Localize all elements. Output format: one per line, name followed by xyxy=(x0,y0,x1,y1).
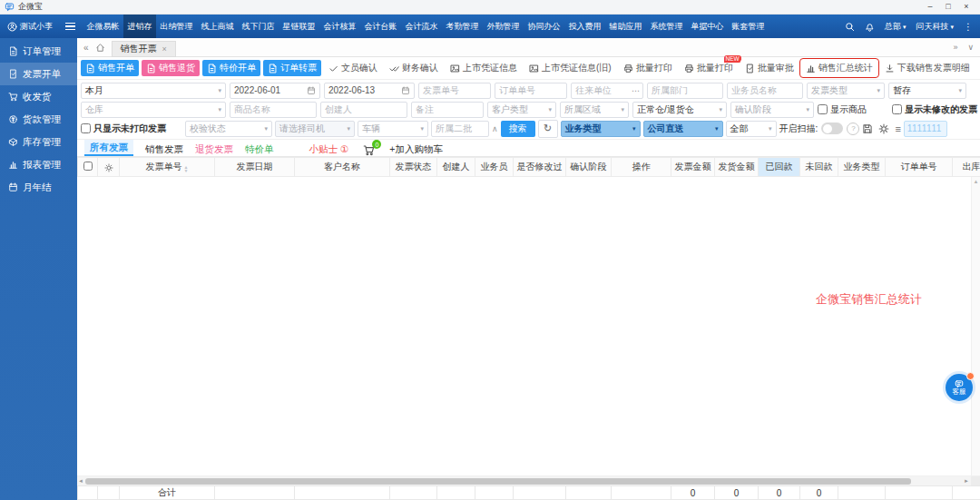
nav-item-inventory[interactable]: 进销存 xyxy=(123,15,156,38)
show-unmodified-checkbox[interactable]: 显示未修改的发票 xyxy=(892,103,977,116)
collapse-filters-icon[interactable]: ∧ xyxy=(492,124,498,133)
col-shipped-amount[interactable]: 发货金额 xyxy=(715,158,759,177)
driver-select[interactable]: 请选择司机 ▾ xyxy=(275,121,355,137)
scan-toggle[interactable] xyxy=(821,123,843,134)
ellipsis-icon[interactable]: ⋯ xyxy=(632,86,640,95)
order-to-invoice-button[interactable]: 订单转票 xyxy=(263,60,321,76)
nav-item-collaboration[interactable]: 协同办公 xyxy=(524,15,564,38)
col-confirm-stage[interactable]: 确认阶段 xyxy=(566,158,612,177)
save-icon[interactable] xyxy=(862,123,873,134)
vehicle-select[interactable]: 车辆 ▾ xyxy=(358,121,428,137)
col-unpaid[interactable]: 未回款 xyxy=(800,158,838,177)
cart-icon[interactable]: 0 xyxy=(363,143,375,156)
menu-icon[interactable]: ≡ xyxy=(895,123,900,134)
batch-print-button[interactable]: 批量打印 xyxy=(619,60,677,76)
date-from-field[interactable] xyxy=(230,83,320,99)
check-status-select[interactable]: 校验状态 ▾ xyxy=(185,121,272,137)
sort-icon[interactable]: ▲▼ xyxy=(184,165,189,172)
gear-icon[interactable] xyxy=(878,123,889,134)
scroll-up-icon[interactable]: ▲ xyxy=(974,179,979,184)
special-price-button[interactable]: 特价开单 xyxy=(202,60,260,76)
kebab-menu-icon[interactable]: ⋮ xyxy=(964,22,973,32)
col-invoice-status[interactable]: 发票状态 xyxy=(390,158,437,177)
warehouse-kind-select[interactable]: 正常仓/退货仓 ▾ xyxy=(632,102,727,118)
nav-item-account-flow[interactable]: 会计流水 xyxy=(401,15,442,38)
col-invoice-date[interactable]: 发票日期 xyxy=(215,158,295,177)
search-icon[interactable] xyxy=(845,22,855,32)
sidebar-item-payment-mgmt[interactable]: 货款管理 xyxy=(0,108,77,131)
search-button[interactable]: 搜索 xyxy=(501,121,535,137)
sales-summary-stats-button[interactable]: 销售汇总统计 xyxy=(801,60,877,76)
subtab-all-invoices[interactable]: 所有发票 xyxy=(84,140,133,156)
only-unprinted-checkbox[interactable]: 只显示未打印发票 xyxy=(81,123,182,135)
date-to-input[interactable] xyxy=(328,85,398,95)
nav-item-account-set[interactable]: 账套管理 xyxy=(728,15,769,38)
draft-select[interactable]: 暂存 ▾ xyxy=(888,83,966,99)
customer-service-button[interactable]: 客服 xyxy=(946,374,973,401)
maximize-button[interactable]: □ xyxy=(939,0,957,14)
creator-input[interactable] xyxy=(320,102,407,118)
scan-code-input[interactable] xyxy=(904,121,947,137)
sidebar-item-invoice-billing[interactable]: 发票开单 xyxy=(0,63,77,85)
col-paid[interactable]: 已回款 xyxy=(759,158,800,177)
department-input[interactable] xyxy=(647,83,723,99)
tips-link[interactable]: 小贴士 ① xyxy=(309,142,349,156)
col-invoice-amount[interactable]: 发票金额 xyxy=(671,158,715,177)
nav-item-field-work[interactable]: 外勤管理 xyxy=(483,15,524,38)
biz-type-select[interactable]: 业务类型 ▾ xyxy=(561,121,641,137)
batch-approve-button[interactable]: 批量审批 xyxy=(740,60,799,76)
invoice-type-select[interactable]: 发票类型 ▾ xyxy=(807,83,885,99)
remark-input[interactable] xyxy=(411,102,484,118)
col-actions[interactable]: 操作 xyxy=(612,158,671,177)
checkbox[interactable] xyxy=(818,104,828,114)
bell-icon[interactable] xyxy=(865,22,875,32)
select-all-checkbox[interactable] xyxy=(83,162,93,171)
listing-voucher-info-old-button[interactable]: 上市凭证信息(旧) xyxy=(524,60,616,76)
batch-print-new-button[interactable]: 批量打印 NEW xyxy=(680,60,738,76)
invoice-no-input[interactable] xyxy=(418,83,491,99)
salesman-input[interactable] xyxy=(727,83,803,99)
nav-item-online-mall[interactable]: 线上商城 xyxy=(197,15,238,38)
minimize-button[interactable]: – xyxy=(921,0,939,14)
nav-item-system-mgmt[interactable]: 系统管理 xyxy=(646,15,687,38)
delivery-select[interactable]: 公司直送 ▾ xyxy=(643,121,723,137)
customer-type-select[interactable]: 客户类型 ▾ xyxy=(487,102,556,118)
download-invoice-details-button[interactable]: 下载销售发票明细 xyxy=(880,60,975,76)
home-icon[interactable] xyxy=(95,43,105,53)
col-invoice-no[interactable]: 发票单号▲▼ xyxy=(120,158,215,177)
help-icon[interactable]: ? xyxy=(847,123,859,135)
nav-item-attendance[interactable]: 考勤管理 xyxy=(442,15,483,38)
order-no-input[interactable] xyxy=(495,83,567,99)
nav-item-qiwei-ledger[interactable]: 企微易帐 xyxy=(83,15,123,38)
subtab-special-price[interactable]: 特价单 xyxy=(245,142,274,156)
sales-return-button[interactable]: 销售退货 xyxy=(142,60,200,76)
listing-voucher-info-button[interactable]: 上市凭证信息 xyxy=(446,60,522,76)
horizontal-scrollbar[interactable]: ◄ ► xyxy=(77,476,980,485)
clerk-confirm-button[interactable]: 文员确认 xyxy=(324,60,382,76)
col-order-no[interactable]: 订单单号 xyxy=(886,158,953,177)
col-customer-name[interactable]: 客户名称 xyxy=(295,158,390,177)
date-from-input[interactable] xyxy=(234,85,304,95)
sidebar-item-order-mgmt[interactable]: 订单管理 xyxy=(0,40,77,63)
nav-item-starlink-alliance[interactable]: 星链联盟 xyxy=(279,15,319,38)
nav-item-account-ledger[interactable]: 会计台账 xyxy=(360,15,401,38)
col-outbound-no[interactable]: 出库单号 xyxy=(953,158,980,177)
collapse-sidebar-icon[interactable]: « xyxy=(83,43,89,53)
finance-confirm-button[interactable]: 财务确认 xyxy=(385,60,443,76)
company-dropdown[interactable]: 问天科技 ▾ xyxy=(916,21,954,33)
checkbox[interactable] xyxy=(892,104,902,114)
col-creator[interactable]: 创建人 xyxy=(437,158,475,177)
hamburger-icon[interactable] xyxy=(65,23,75,31)
period-select[interactable]: 本月 ▾ xyxy=(81,83,226,99)
nav-item-accounting[interactable]: 会计核算 xyxy=(319,15,360,38)
nav-item-auxiliary-apps[interactable]: 辅助应用 xyxy=(605,15,646,38)
col-biz-type[interactable]: 业务类型 xyxy=(838,158,886,177)
sidebar-item-receiving-shipping[interactable]: 收发货 xyxy=(0,85,77,108)
subtab-return-invoices[interactable]: 退货发票 xyxy=(195,142,233,156)
vertical-scrollbar[interactable]: ▲ xyxy=(971,177,980,475)
scroll-right-icon[interactable]: ► xyxy=(964,476,969,485)
confirm-stage-select[interactable]: 确认阶段 ▾ xyxy=(730,102,814,118)
all-select[interactable]: 全部 ▾ xyxy=(726,121,777,137)
checkbox[interactable] xyxy=(81,123,91,133)
date-to-field[interactable] xyxy=(324,83,415,99)
